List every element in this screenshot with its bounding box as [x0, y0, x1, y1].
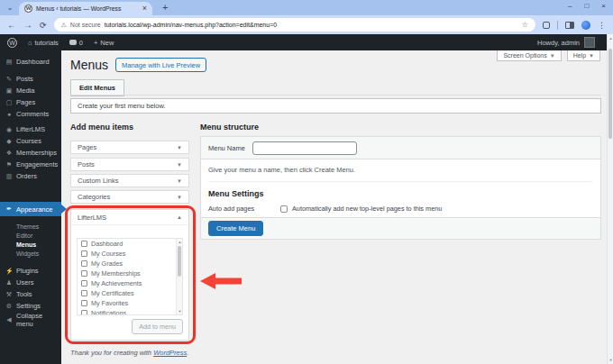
- scrollbar-thumb[interactable]: [608, 49, 612, 139]
- collapse-icon: ◀: [5, 316, 13, 323]
- sidebar-subitem-themes[interactable]: Themes: [0, 222, 61, 231]
- checkbox-my-courses[interactable]: [81, 250, 87, 257]
- scroll-down-icon[interactable]: ▼: [608, 358, 613, 362]
- create-menu-button[interactable]: Create Menu: [208, 221, 263, 236]
- window-maximize-icon[interactable]: □: [584, 2, 589, 10]
- sidebar-item-appearance[interactable]: ✒Appearance: [0, 202, 61, 216]
- browser-tab[interactable]: W Menus ‹ tutorials — WordPress ×: [19, 2, 152, 15]
- window-minimize-icon[interactable]: –: [568, 2, 572, 10]
- browser-profile-avatar[interactable]: [581, 21, 590, 30]
- new-tab-button[interactable]: +: [162, 2, 168, 13]
- help-button[interactable]: Help ▼: [567, 50, 600, 61]
- page-title: Menus: [70, 58, 108, 72]
- menu-name-label: Menu Name: [208, 144, 245, 152]
- screen-options-button[interactable]: Screen Options ▼: [497, 50, 561, 61]
- chevron-down-icon: ▼: [550, 53, 555, 59]
- side-panel-icon[interactable]: [565, 22, 574, 29]
- scrollbar-thumb[interactable]: [178, 246, 181, 277]
- sidebar-item-settings[interactable]: ⚙Settings: [0, 300, 61, 312]
- tab-search-icon[interactable]: ⌄: [5, 3, 15, 14]
- url-bar[interactable]: ⚠ Not secure tutorials.local/wp-admin/na…: [54, 18, 535, 32]
- checkbox-my-grades[interactable]: [81, 260, 87, 267]
- bookmark-star-icon[interactable]: ☆: [522, 21, 528, 29]
- settings-gear-icon: ⚙: [5, 303, 13, 310]
- tab-close-icon[interactable]: ×: [142, 5, 147, 13]
- not-secure-label[interactable]: Not secure: [70, 22, 101, 28]
- wordpress-logo-icon[interactable]: W: [7, 38, 17, 48]
- auto-add-pages-checkbox[interactable]: [280, 205, 288, 213]
- comments-bubble-icon: [69, 40, 77, 45]
- list-item: Notifications: [78, 308, 182, 315]
- sidebar-item-orders[interactable]: ▥Orders: [0, 170, 61, 182]
- page-scrollbar[interactable]: ▲ ▼: [607, 34, 613, 364]
- sidebar-item-courses[interactable]: ◆Courses: [0, 135, 61, 147]
- extensions-icon[interactable]: [543, 22, 550, 29]
- checkbox-my-achievements[interactable]: [81, 280, 87, 287]
- sidebar-item-lifterlms[interactable]: ◉LifterLMS: [0, 123, 61, 135]
- scroll-up-icon[interactable]: ▲: [608, 36, 613, 41]
- sidebar-item-memberships[interactable]: ❖Memberships: [0, 147, 61, 159]
- add-to-menu-button[interactable]: Add to menu: [132, 319, 183, 334]
- list-item: My Favorites: [78, 298, 182, 308]
- accordion-custom-links[interactable]: Custom Links ▼: [70, 174, 189, 187]
- sidebar-subitem-widgets[interactable]: Widgets: [0, 249, 61, 258]
- auto-add-pages-text: Automatically add new top-level pages to…: [292, 205, 442, 213]
- admin-avatar[interactable]: [584, 37, 595, 48]
- auto-add-pages-label: Auto add pages: [208, 205, 280, 213]
- manage-live-preview-button[interactable]: Manage with Live Preview: [115, 58, 206, 72]
- forward-icon[interactable]: →: [23, 21, 32, 30]
- back-icon[interactable]: ←: [7, 21, 16, 30]
- admin-bar-comments[interactable]: 0: [69, 39, 83, 47]
- browser-menu-icon[interactable]: ⋮: [598, 21, 606, 30]
- reload-icon[interactable]: ⟳: [40, 21, 47, 30]
- notice-message: Create your first menu below.: [70, 98, 601, 114]
- admin-bar-site-link[interactable]: ⌂ tutorials: [28, 39, 59, 47]
- active-menu-arrow: [61, 205, 67, 214]
- sidebar-item-media[interactable]: ▣Media: [0, 85, 61, 96]
- accordion-lifterlms[interactable]: LifterLMS ▲: [71, 210, 188, 225]
- wordpress-favicon-icon: W: [24, 5, 32, 13]
- list-item: My Grades: [78, 259, 182, 268]
- sidebar-item-users[interactable]: ♟Users: [0, 277, 61, 288]
- sidebar-item-tools[interactable]: ⚒Tools: [0, 288, 61, 300]
- window-close-icon[interactable]: ×: [601, 2, 606, 10]
- comments-icon: ●: [5, 111, 13, 118]
- chevron-down-icon: ▼: [177, 178, 182, 184]
- sidebar-item-pages[interactable]: ▢Pages: [0, 96, 61, 108]
- wordpress-footer-link[interactable]: WordPress: [153, 349, 187, 357]
- checkbox-my-favorites[interactable]: [81, 300, 87, 306]
- accordion-posts[interactable]: Posts ▼: [70, 158, 189, 171]
- sidebar-item-comments[interactable]: ●Comments: [0, 108, 61, 120]
- home-icon: ⌂: [28, 39, 32, 47]
- admin-bar-new[interactable]: + New: [94, 39, 114, 47]
- list-item: My Achievements: [78, 278, 182, 288]
- sidebar-subitem-editor[interactable]: Editor: [0, 231, 61, 240]
- list-scrollbar[interactable]: ▲ ▼: [176, 239, 182, 314]
- tab-title: Menus ‹ tutorials — WordPress: [36, 5, 139, 12]
- add-menu-items-heading: Add menu items: [70, 123, 133, 132]
- scroll-down-icon[interactable]: ▼: [177, 308, 183, 314]
- sidebar-item-plugins[interactable]: ⚡Plugins: [0, 265, 61, 277]
- dashboard-icon: ▤: [5, 59, 13, 66]
- accordion-pages[interactable]: Pages ▼: [70, 141, 189, 154]
- appearance-icon: ✒: [5, 205, 13, 213]
- sidebar-item-engagements[interactable]: ⚑Engagements: [0, 159, 61, 170]
- checkbox-notifications[interactable]: [81, 310, 87, 315]
- sidebar-item-posts[interactable]: ✎Posts: [0, 73, 61, 85]
- checkbox-dashboard[interactable]: [81, 241, 87, 247]
- checkbox-my-memberships[interactable]: [81, 270, 87, 277]
- sidebar-item-dashboard[interactable]: ▤Dashboard: [0, 56, 61, 68]
- memberships-icon: ❖: [5, 150, 13, 157]
- toolbar-divider: [557, 21, 558, 30]
- lifterlms-item-list: Dashboard My Courses My Grades My Member…: [77, 238, 183, 315]
- menu-name-input[interactable]: [252, 141, 357, 155]
- howdy-admin-label[interactable]: Howdy, admin: [537, 39, 580, 47]
- accordion-categories[interactable]: Categories ▼: [70, 190, 189, 204]
- chevron-down-icon: ▼: [177, 145, 182, 150]
- sidebar-subitem-menus[interactable]: Menus: [0, 240, 61, 249]
- url-text[interactable]: tutorials.local/wp-admin/nav-menus.php?a…: [105, 22, 277, 28]
- courses-icon: ◆: [5, 138, 13, 145]
- checkbox-my-certificates[interactable]: [81, 290, 87, 296]
- scroll-up-icon[interactable]: ▲: [177, 239, 183, 245]
- sidebar-item-collapse-menu[interactable]: ◀Collapse menu: [0, 314, 61, 325]
